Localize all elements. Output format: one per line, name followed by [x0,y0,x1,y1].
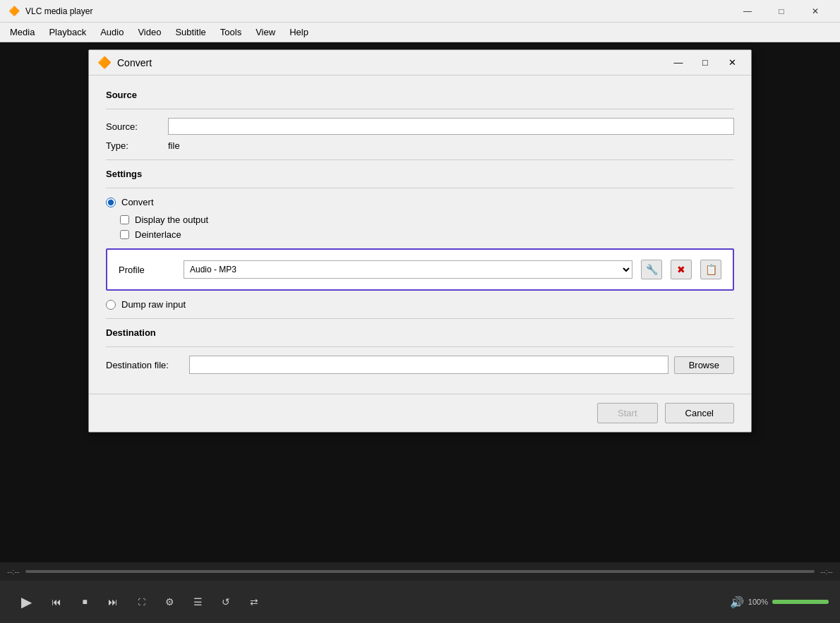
window-controls: — □ ✕ [731,0,832,23]
volume-area: 🔊 100% [730,595,829,609]
profile-delete-button[interactable]: ✖ [671,260,692,279]
dest-file-label: Destination file: [106,360,184,370]
minimize-button[interactable]: — [731,0,764,23]
menu-playback[interactable]: Playback [42,24,93,40]
type-label: Type: [106,140,162,151]
shuffle-button[interactable]: ⇄ [241,589,267,615]
progress-bar-container: --:-- --:-- [0,562,840,581]
dump-raw-radio[interactable] [106,300,116,310]
menu-media[interactable]: Media [3,24,42,40]
app-icon: 🔶 [8,6,20,17]
play-button[interactable]: ▶ [11,587,41,617]
profile-select[interactable]: Audio - MP3 Audio - FLAC Audio - CD Vide… [184,260,632,279]
source-section-header: Source [106,90,734,100]
app-title: VLC media player [25,6,726,16]
convert-dialog: 🔶 Convert — □ ✕ Source Source: Type: fil… [88,49,752,433]
profile-edit-button[interactable]: 🔧 [641,260,662,279]
menu-video[interactable]: Video [131,24,168,40]
profile-new-button[interactable]: 📋 [700,260,721,279]
close-button[interactable]: ✕ [799,0,832,23]
settings-top-divider [106,159,734,160]
source-row: Source: [106,118,734,135]
controls-row: ▶ ⏮ ■ ⏭ ⛶ ⚙ ☰ ↺ ⇄ 🔊 100% [0,581,840,623]
stop-button[interactable]: ■ [72,589,97,615]
profile-label: Profile [119,265,175,275]
source-label: Source: [106,121,162,132]
destination-divider [106,346,734,347]
convert-radio-label: Convert [121,197,154,207]
settings-divider [106,188,734,188]
convert-radio-row: Convert [106,197,734,207]
menu-view[interactable]: View [248,24,282,40]
dialog-title: Convert [117,57,662,68]
next-button[interactable]: ⏭ [100,589,126,615]
volume-icon: 🔊 [730,595,744,609]
fullscreen-button[interactable]: ⛶ [128,589,154,615]
convert-radio[interactable] [106,198,116,207]
main-area: 🔶 Convert — □ ✕ Source Source: Type: fil… [0,42,840,562]
prev-button[interactable]: ⏮ [44,589,69,615]
cancel-button[interactable]: Cancel [665,403,734,423]
menu-audio[interactable]: Audio [93,24,131,40]
display-output-checkbox[interactable] [120,215,129,224]
volume-label: 100% [748,598,768,606]
menu-subtitle[interactable]: Subtitle [168,24,212,40]
dialog-title-bar: 🔶 Convert — □ ✕ [89,50,751,75]
display-output-label: Display the output [135,214,208,225]
profile-box: Profile Audio - MP3 Audio - FLAC Audio -… [106,248,734,291]
extended-button[interactable]: ⚙ [157,589,182,615]
menu-bar: Media Playback Audio Video Subtitle Tool… [0,23,840,42]
volume-fill [772,600,829,604]
destination-section-header: Destination [106,327,734,338]
settings-section-header: Settings [106,169,734,179]
dialog-footer: Start Cancel [89,394,751,432]
maximize-button[interactable]: □ [765,0,798,23]
playlist-button[interactable]: ☰ [185,589,210,615]
menu-help[interactable]: Help [282,24,316,40]
dialog-maximize-button[interactable]: □ [695,53,716,73]
dialog-close-button[interactable]: ✕ [721,53,743,73]
dialog-icon: 🔶 [97,56,112,69]
dialog-minimize-button[interactable]: — [668,53,689,73]
destination-top-divider [106,318,734,319]
volume-bar[interactable] [772,600,829,604]
type-value: file [168,140,180,151]
dump-raw-label: Dump raw input [121,299,186,310]
loop-button[interactable]: ↺ [213,589,239,615]
deinterlace-row: Deinterlace [120,229,734,240]
display-output-row: Display the output [120,214,734,225]
source-input[interactable] [168,118,734,135]
dialog-body: Source Source: Type: file Settings C [89,75,751,394]
deinterlace-checkbox[interactable] [120,230,129,239]
menu-tools[interactable]: Tools [213,24,248,40]
time-right: --:-- [820,567,833,576]
dest-file-input[interactable] [189,356,668,374]
progress-track[interactable] [25,570,815,573]
dump-raw-row: Dump raw input [106,299,734,310]
browse-button[interactable]: Browse [674,356,734,374]
start-button[interactable]: Start [597,403,657,423]
deinterlace-label: Deinterlace [135,229,181,240]
destination-row: Destination file: Browse [106,356,734,374]
source-divider [106,109,734,109]
type-row: Type: file [106,140,734,151]
dialog-overlay: 🔶 Convert — □ ✕ Source Source: Type: fil… [0,42,840,562]
time-left: --:-- [7,567,20,576]
title-bar: 🔶 VLC media player — □ ✕ [0,0,840,23]
